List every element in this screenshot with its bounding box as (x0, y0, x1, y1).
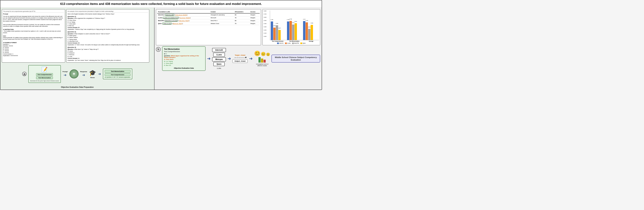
prompt-content: You are an experienced first year langua… (3, 15, 64, 56)
bar-val: 0.614 (292, 22, 294, 23)
th-access: Access (250, 10, 260, 13)
access-llava: Weights (250, 16, 260, 19)
x-label-comp: Text Comprehension (270, 40, 286, 42)
access-internvl: Weights (250, 13, 260, 16)
y-label-800: 0.800 (264, 10, 266, 11)
arrow-llms-to-output: ➜ (228, 56, 231, 61)
score-box: Middle School Chinese Subject Competency… (272, 55, 320, 63)
right-top: Foundation LLMs Creator #Parameters Acce… (156, 9, 320, 45)
llms-section: Internvl2 LLava Minicpm Qwen LLMs (212, 48, 226, 69)
person-box: 🎓 Revise (89, 69, 96, 78)
bar-qwen-comp: 0.397 (278, 30, 281, 40)
flow-section: a 📝 Text Comprehension Text Memorization… (2, 64, 153, 84)
eval-data-title: Text Memorization (164, 48, 204, 50)
model-internvl: InternVL2 (InternVL2-8B) (Chen et al. (2… (157, 13, 210, 16)
access-qwen: Weights (250, 22, 260, 25)
y-label-700: 0.700 (264, 13, 266, 14)
y-axis: 0.800 0.700 0.600 0.500 0.400 0.300 0.20… (264, 10, 266, 37)
id-value: 1 (166, 53, 167, 55)
arrow-right-1: ➜ (98, 72, 101, 76)
table-row: Qwen (Qwen-vl-chat) (Bai et al. (2023)) … (157, 22, 260, 25)
face-neutral: 😐 (261, 52, 266, 56)
legend-color-qwen (300, 42, 302, 44)
faces-section: 😊 😐 😟 Unweighted score of different mode… (254, 50, 270, 66)
params-minicpm: 8B (234, 19, 250, 22)
chart-area: 0.736 0.491 0.58 (270, 10, 319, 40)
th-creator: Creator (210, 10, 234, 13)
faces-row: 😊 😐 😟 (254, 50, 270, 56)
eval-field-d: D: Ban Gu (164, 64, 204, 66)
b-label: B: (164, 61, 166, 62)
score-title: Middle School Chinese Subject Competency… (274, 56, 318, 61)
y-label-300: 0.300 (264, 26, 266, 27)
legend-label-llava: LLaVa (287, 42, 290, 44)
eval-data-box: Text Memorization Text Comprehension id:… (162, 46, 206, 71)
y-label-500: 0.500 (264, 20, 266, 21)
bar-minicpm-avg: 0.444 (308, 29, 310, 40)
bar-val: 0.491 (273, 25, 276, 26)
bar-fill: 0.584 (276, 25, 278, 40)
exam-icon: 📝 (41, 66, 48, 72)
legend-label-internvl: InternVL (279, 42, 284, 44)
face-bar-red (264, 60, 266, 62)
llm-qwen: Qwen (213, 62, 225, 66)
bar-qwen-mem: 0.664 (294, 23, 297, 40)
q1-content: Question: Who organized the compilation … (68, 17, 148, 30)
bar-minicpm-comp: 0.584 (276, 25, 278, 40)
bar-group-average: 0.747 0.700 0.44 (303, 21, 318, 40)
arrow-prompt: Prompt ➜ (63, 71, 68, 77)
bar-val: 0.599 (311, 22, 313, 24)
gpt-section: ✦ (70, 69, 78, 78)
bar-llava-comp: 0.491 (273, 27, 276, 40)
d-value: Ban Gu (166, 64, 171, 66)
face-green: 😊 (254, 50, 260, 56)
q3-content: Question: What does "qu" mean in "Taiqu … (68, 48, 148, 61)
bar-fill: 0.444 (308, 29, 310, 40)
content-row: The prompt for text comprehension genera… (0, 8, 322, 90)
c-value: Sima Qian (166, 62, 173, 64)
table-row: MiniCPM (MiniCPM-V-2-6-chat) (Yao et al.… (157, 19, 260, 22)
right-bottom-wrapper: b Text Memorization Text Comprehension i… (156, 46, 320, 71)
banner-text: 613 comprehension items and 438 memoriza… (60, 2, 262, 5)
output-box: Output_Anwer (232, 59, 248, 63)
arrow-response: Response ➜ (80, 71, 87, 77)
arrow-output-to-score: ➜ (249, 56, 253, 61)
a-label: A: (164, 59, 166, 60)
y-label-000: 0.000 (264, 36, 266, 37)
eval-field-c: C: Sima Qian (164, 62, 204, 64)
bar-val: 0.736 (271, 19, 273, 20)
prompt-label: Prompt (3, 13, 64, 15)
table-row: LLaVa (LLaVa-v1.6-mistral-7b-hf) (Liu et… (157, 16, 260, 19)
exam-box: 📝 Text Comprehension Text Memorization E… (28, 65, 61, 83)
bar-val: 0.584 (276, 23, 278, 24)
c-label: C: (164, 62, 166, 64)
legend-label-qwen: Qwen (302, 42, 306, 44)
legend-color-minicpm (292, 42, 294, 44)
llm-internvl2: Internvl2 (212, 48, 226, 52)
q2-content: Question: What metaphor is used to descr… (68, 33, 148, 46)
question-label: question: (164, 55, 170, 57)
face-bar-yellow (261, 59, 263, 62)
y-label-400: 0.400 (264, 23, 266, 24)
exam-bottom-text: Exercises for the junior high school Chi… (30, 80, 59, 81)
d-label: D: (164, 64, 166, 66)
model-minicpm: MiniCPM (MiniCPM-V-2-6-chat) (Yao et al.… (157, 19, 210, 22)
b-value: Liu Yiqing (166, 61, 173, 62)
output-target-section: Target_Anwer ▼ Output_Anwer (232, 54, 248, 63)
bar-llava-avg: 0.700 (306, 22, 308, 40)
llm-llava: LLava (213, 53, 225, 57)
table-section: Foundation LLMs Creator #Parameters Acce… (156, 9, 261, 45)
revise-label: Revise (90, 77, 95, 78)
bar-llava-mem: 0.758 (290, 21, 292, 40)
eval-field-question: question: Which figure organised the wri… (164, 55, 204, 58)
bar-val: 0.397 (278, 27, 281, 29)
bar-val: 0.444 (308, 26, 311, 27)
params-llava: 7B (234, 16, 250, 19)
exam-item-memorization: Text Memorization (36, 76, 53, 79)
x-label-avg: Average (303, 40, 319, 42)
example-intro: Here is the English translation of the t… (68, 13, 148, 15)
bar-fill: 0.736 (271, 21, 273, 40)
prompt-box-title: The prompt for text comprehension genera… (3, 10, 64, 13)
bar-qwen-avg: 0.599 (311, 25, 313, 40)
bar-fill: 0.747 (303, 21, 306, 40)
